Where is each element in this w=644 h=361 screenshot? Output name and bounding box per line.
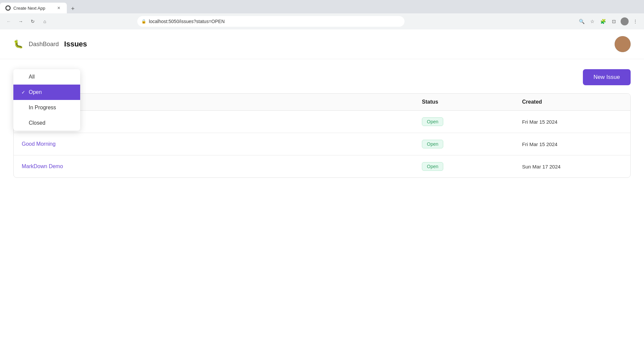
status-badge-first: Open [422, 117, 522, 126]
status-open-badge-good-morning: Open [422, 140, 443, 148]
filter-option-open-label: Open [29, 89, 42, 95]
issues-table: Status Created First Issue Open Fri Mar … [13, 93, 631, 178]
home-button[interactable]: ⌂ [40, 17, 49, 26]
bug-icon: 🐛 [13, 39, 23, 49]
app-content: 🐛 DashBoard Issues ✓ All ✓ Open ✓ In Pro… [0, 29, 644, 361]
filter-row: ✓ All ✓ Open ✓ In Progress ✓ Closed New … [13, 69, 631, 85]
status-badge-good-morning: Open [422, 140, 522, 148]
new-issue-button[interactable]: New Issue [583, 69, 631, 85]
issue-title-markdown[interactable]: MarkDown Demo [22, 163, 422, 169]
tab-close-button[interactable]: ✕ [56, 5, 61, 11]
check-icon-open: ✓ [21, 90, 25, 95]
created-date-first: Fri Mar 15 2024 [522, 119, 622, 125]
tab-favicon [5, 5, 11, 11]
main-content: ✓ All ✓ Open ✓ In Progress ✓ Closed New … [0, 59, 644, 188]
avatar-image [615, 36, 631, 52]
browser-chrome: Create Next App ✕ + ← → ↻ ⌂ 🔒 localhost:… [0, 0, 644, 29]
table-row: First Issue Open Fri Mar 15 2024 [14, 111, 630, 133]
reload-button[interactable]: ↻ [28, 17, 37, 26]
filter-option-closed[interactable]: ✓ Closed [13, 115, 80, 131]
split-icon[interactable]: ⊡ [609, 17, 619, 26]
profile-avatar [621, 17, 629, 25]
new-tab-button[interactable]: + [68, 4, 77, 13]
user-avatar[interactable] [615, 36, 631, 52]
lock-icon: 🔒 [141, 19, 146, 24]
profile-icon[interactable] [620, 17, 629, 26]
header-status: Status [422, 99, 522, 105]
header-created: Created [522, 99, 622, 105]
status-open-badge-first: Open [422, 117, 443, 126]
filter-option-all-label: All [29, 74, 35, 80]
filter-option-in-progress-label: In Progress [29, 105, 56, 111]
dashboard-nav-link[interactable]: DashBoard [29, 41, 59, 48]
forward-button[interactable]: → [16, 17, 25, 26]
menu-icon[interactable]: ⋮ [631, 17, 640, 26]
created-date-good-morning: Fri Mar 15 2024 [522, 141, 622, 147]
back-button[interactable]: ← [4, 17, 13, 26]
tab-bar: Create Next App ✕ + [0, 0, 644, 13]
app-header: 🐛 DashBoard Issues [0, 29, 644, 59]
table-row: MarkDown Demo Open Sun Mar 17 2024 [14, 155, 630, 177]
header-title [22, 99, 422, 105]
address-text: localhost:5050/issues?status=OPEN [149, 19, 400, 24]
filter-option-open[interactable]: ✓ Open [13, 85, 80, 100]
table-row: Good Morning Open Fri Mar 15 2024 [14, 133, 630, 155]
issue-title-good-morning[interactable]: Good Morning [22, 141, 422, 147]
status-dropdown[interactable]: ✓ All ✓ Open ✓ In Progress ✓ Closed [13, 69, 80, 131]
status-badge-markdown: Open [422, 162, 522, 171]
filter-option-closed-label: Closed [29, 120, 45, 126]
extensions-icon[interactable]: 🧩 [599, 17, 608, 26]
status-open-badge-markdown: Open [422, 162, 443, 171]
issue-title-first[interactable]: First Issue [22, 119, 422, 125]
issues-nav-label: Issues [64, 40, 87, 48]
filter-option-in-progress[interactable]: ✓ In Progress [13, 100, 80, 115]
active-tab[interactable]: Create Next App ✕ [0, 3, 67, 13]
bookmark-icon[interactable]: ☆ [588, 17, 597, 26]
browser-toolbar: ← → ↻ ⌂ 🔒 localhost:5050/issues?status=O… [0, 13, 644, 29]
created-date-markdown: Sun Mar 17 2024 [522, 164, 622, 169]
table-header: Status Created [14, 94, 630, 111]
toolbar-right: 🔍 ☆ 🧩 ⊡ ⋮ [577, 17, 640, 26]
tab-title: Create Next App [13, 6, 53, 11]
zoom-icon[interactable]: 🔍 [577, 17, 587, 26]
address-bar[interactable]: 🔒 localhost:5050/issues?status=OPEN [137, 16, 405, 27]
filter-option-all[interactable]: ✓ All [13, 69, 80, 85]
